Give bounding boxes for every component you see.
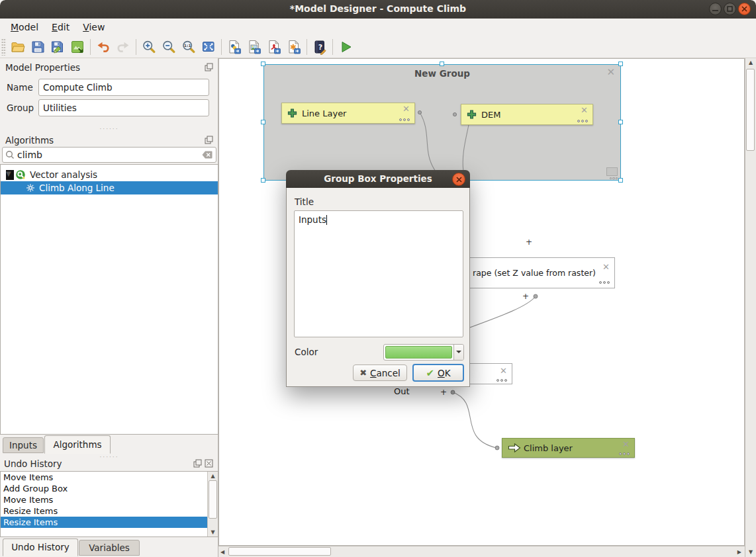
- scroll-down-arrow[interactable]: ▼: [745, 549, 756, 555]
- export-svg-icon: [286, 39, 302, 55]
- export-svg-button[interactable]: [284, 37, 304, 57]
- socket-expand-plus[interactable]: +: [440, 388, 447, 397]
- node-link-dots[interactable]: [577, 120, 588, 122]
- ok-button[interactable]: ✔OK: [412, 364, 464, 382]
- node-climb-layer[interactable]: Climb layer ✕: [502, 438, 635, 458]
- undo-item[interactable]: Add Group Box: [1, 483, 207, 494]
- node-delete-icon[interactable]: ✕: [402, 105, 410, 113]
- selection-handle[interactable]: [261, 62, 265, 66]
- scrollbar-thumb[interactable]: [746, 69, 755, 151]
- scrollbar-thumb[interactable]: [209, 480, 217, 519]
- zoom-in-icon: [141, 39, 157, 55]
- redo-button[interactable]: [113, 37, 133, 57]
- group-delete-icon[interactable]: ✕: [606, 68, 615, 77]
- toolbar-grip[interactable]: [1, 38, 6, 56]
- group-link-dots[interactable]: [610, 177, 618, 180]
- export-python-button[interactable]: [224, 37, 244, 57]
- canvas-vertical-scrollbar[interactable]: ▲ ▼: [745, 58, 756, 557]
- selection-handle[interactable]: [261, 178, 265, 183]
- open-model-button[interactable]: [8, 37, 28, 57]
- menu-edit[interactable]: Edit: [45, 20, 76, 34]
- zoom-actual-icon: 1:1: [181, 39, 197, 55]
- menu-view[interactable]: View: [76, 20, 111, 34]
- color-dropdown-button[interactable]: [453, 345, 463, 360]
- scroll-up-arrow[interactable]: ▲: [745, 60, 756, 65]
- cancel-button[interactable]: ✖Cancel: [353, 364, 407, 381]
- zoom-out-button[interactable]: [159, 37, 179, 57]
- node-delete-icon[interactable]: ✕: [602, 263, 610, 271]
- node-partially-hidden[interactable]: ✕: [469, 363, 512, 384]
- tab-algorithms[interactable]: Algorithms: [44, 435, 111, 454]
- node-dem[interactable]: DEM ✕: [461, 104, 593, 125]
- save-model-button[interactable]: [28, 37, 48, 57]
- panel-splitter[interactable]: ······: [0, 127, 218, 131]
- tab-variables[interactable]: Variables: [79, 540, 140, 556]
- close-panel-icon[interactable]: [205, 459, 213, 468]
- search-input[interactable]: [17, 150, 201, 160]
- node-line-layer[interactable]: Line Layer ✕: [281, 103, 415, 124]
- tab-undo-history[interactable]: Undo History: [3, 538, 78, 556]
- float-panel-icon[interactable]: [205, 136, 213, 144]
- undo-item[interactable]: Resize Items: [1, 505, 207, 517]
- model-designer-window: *Model Designer - Compute Climb Model Ed…: [0, 0, 756, 557]
- zoom-full-button[interactable]: [199, 37, 218, 57]
- selection-handle[interactable]: [618, 178, 623, 183]
- socket-expand-plus[interactable]: +: [522, 292, 529, 301]
- close-button[interactable]: [738, 3, 751, 15]
- export-pdf-button[interactable]: [264, 37, 284, 57]
- svg-text:?: ?: [318, 43, 322, 52]
- scroll-down-arrow[interactable]: ▼: [208, 528, 218, 536]
- node-delete-icon[interactable]: ✕: [622, 440, 630, 449]
- tree-item-climb-along-line[interactable]: Climb Along Line: [1, 181, 218, 194]
- zoom-in-button[interactable]: [139, 37, 159, 57]
- tab-inputs[interactable]: Inputs: [3, 437, 44, 453]
- scroll-up-arrow[interactable]: ▲: [208, 472, 218, 480]
- tree-group-vector-analysis[interactable]: ▼ Vector analysis: [1, 168, 218, 181]
- save-model-as-button[interactable]: [48, 37, 68, 57]
- undo-item-selected[interactable]: Resize Items: [1, 517, 207, 528]
- dock-bottom-tabs: Undo History Variables: [0, 538, 218, 557]
- window-title: *Model Designer - Compute Climb: [0, 3, 756, 14]
- selection-handle[interactable]: [618, 62, 623, 66]
- node-link-dots[interactable]: [619, 452, 630, 455]
- maximize-button[interactable]: [724, 3, 736, 15]
- color-swatch[interactable]: [385, 346, 452, 359]
- node-delete-icon[interactable]: ✕: [581, 106, 588, 114]
- selection-handle[interactable]: [618, 120, 623, 124]
- minimize-button[interactable]: [709, 3, 722, 15]
- model-name-input[interactable]: [38, 79, 209, 96]
- selection-handle[interactable]: [261, 120, 265, 124]
- socket-expand-plus[interactable]: +: [526, 237, 532, 247]
- scrollbar-thumb[interactable]: [228, 547, 331, 556]
- undo-list-scrollbar[interactable]: ▲ ▼: [207, 472, 218, 536]
- zoom-actual-button[interactable]: 1:1: [179, 37, 199, 57]
- float-panel-icon[interactable]: [193, 459, 202, 468]
- node-link-dots[interactable]: [496, 379, 507, 382]
- export-image-button[interactable]: [244, 37, 264, 57]
- group-comment-box[interactable]: [606, 167, 618, 176]
- undo-item[interactable]: Move Items: [1, 472, 207, 483]
- model-group-input[interactable]: [38, 99, 209, 116]
- run-model-button[interactable]: [336, 37, 355, 57]
- float-panel-icon[interactable]: [205, 63, 213, 71]
- save-model-in-project-button[interactable]: [68, 37, 87, 57]
- scroll-left-arrow[interactable]: ◀: [220, 549, 224, 555]
- help-button[interactable]: ?: [310, 37, 330, 57]
- node-delete-icon[interactable]: ✕: [500, 366, 507, 375]
- undo-button[interactable]: [93, 37, 113, 57]
- node-link-dots[interactable]: [599, 281, 610, 284]
- export-python-icon: [226, 39, 242, 55]
- selection-handle[interactable]: [440, 62, 444, 66]
- tree-expand-caret[interactable]: ▼: [6, 170, 14, 180]
- undo-item[interactable]: Move Items: [1, 494, 207, 505]
- search-clear-icon[interactable]: [201, 150, 213, 159]
- scroll-right-arrow[interactable]: ▶: [737, 549, 741, 555]
- dialog-titlebar[interactable]: Group Box Properties: [286, 170, 470, 188]
- canvas-horizontal-scrollbar[interactable]: ◀ ▶: [218, 546, 745, 557]
- node-drape-algorithm[interactable]: rape (set Z value from raster) ✕: [469, 257, 615, 288]
- menu-model[interactable]: Model: [4, 20, 45, 34]
- group-title-textarea[interactable]: Inputs: [294, 210, 463, 337]
- dialog-close-button[interactable]: [452, 173, 465, 186]
- node-link-dots[interactable]: [399, 118, 410, 121]
- color-picker-widget[interactable]: [383, 344, 464, 361]
